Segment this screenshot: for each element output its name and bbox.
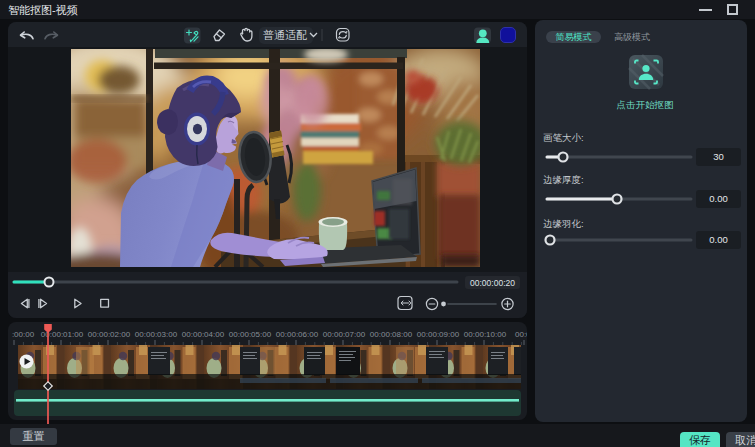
svg-text:00:00:10:00: 00:00:10:00 bbox=[464, 330, 507, 339]
svg-text:00:00:07:00: 00:00:07:00 bbox=[323, 330, 366, 339]
svg-text:00:00:03:00: 00:00:03:00 bbox=[135, 330, 178, 339]
svg-text:00:00:00:20: 00:00:00:20 bbox=[470, 278, 515, 288]
svg-text:00:00: 00:00 bbox=[515, 330, 527, 339]
svg-text:普通适配: 普通适配 bbox=[263, 29, 307, 41]
svg-text:00:00:08:00: 00:00:08:00 bbox=[370, 330, 413, 339]
svg-text:00:00:04:00: 00:00:04:00 bbox=[182, 330, 225, 339]
svg-text:00:00:05:00: 00:00:05:00 bbox=[229, 330, 272, 339]
svg-text::00:00: :00:00 bbox=[12, 330, 35, 339]
svg-text:00:00:06:00: 00:00:06:00 bbox=[276, 330, 319, 339]
svg-text:00:00:02:00: 00:00:02:00 bbox=[88, 330, 131, 339]
svg-text:00:00:09:00: 00:00:09:00 bbox=[417, 330, 460, 339]
